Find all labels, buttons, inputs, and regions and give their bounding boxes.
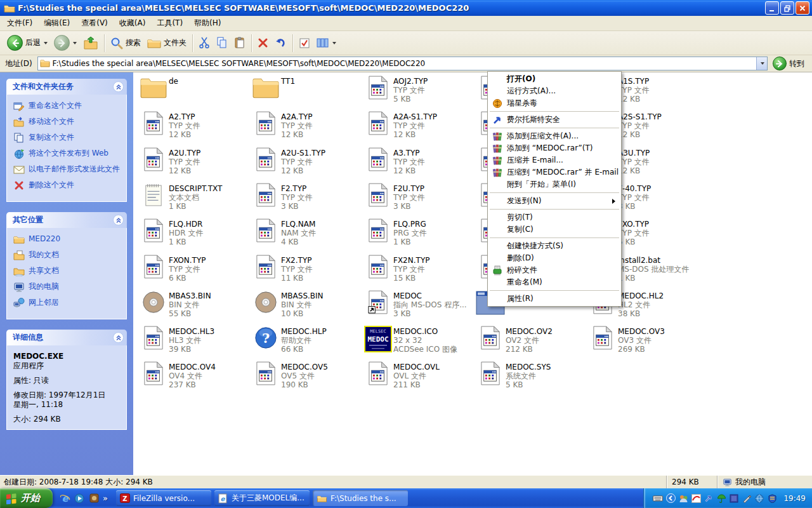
close-button[interactable] — [796, 1, 809, 15]
menu-item[interactable]: 文件(F) — [1, 15, 38, 31]
file-tile[interactable]: FLQ.PRGPRG 文件1 KB — [363, 218, 475, 252]
file-tile[interactable]: FLQ.NAMNAM 文件4 KB — [251, 218, 362, 252]
file-tile[interactable]: A2A-S1.TYPTYP 文件12 KB — [363, 110, 475, 145]
file-tile[interactable]: DESCRIPT.TXT文本文档1 KB — [138, 182, 250, 217]
file-tile[interactable]: FLQ.HDRHDR 文件1 KB — [138, 218, 250, 252]
menu-item[interactable]: 编辑(E) — [38, 15, 75, 31]
context-menu-item[interactable]: 运行方式(A)... — [488, 85, 620, 97]
filseclab-tray-tray-icon[interactable] — [704, 493, 714, 504]
task-link[interactable]: 将这个文件发布到 Web — [13, 149, 124, 161]
chevron-up-icon[interactable] — [113, 81, 124, 92]
context-menu-item[interactable]: 创建快捷方式(S) — [488, 240, 620, 252]
media-player-icon[interactable] — [74, 493, 85, 504]
context-menu-item[interactable]: 发送到(N) — [488, 195, 620, 207]
file-tile[interactable]: MEDOC.OV2OV2 文件212 KB — [475, 325, 587, 359]
context-menu-item[interactable]: 添加到压缩文件(A)... — [488, 130, 620, 142]
place-link[interactable]: 我的文档 — [13, 250, 124, 263]
cut-button[interactable] — [195, 32, 213, 54]
file-tile[interactable]: MEDOC.OVLOVL 文件211 KB — [363, 361, 475, 395]
context-menu-item[interactable]: 费尔托斯特安全 — [488, 114, 620, 126]
chevron-up-icon[interactable] — [113, 215, 124, 225]
shield-tray-icon[interactable] — [767, 493, 777, 504]
file-tile[interactable]: MEDOC.OV5OV5 文件190 KB — [251, 361, 362, 395]
messenger-tray-icon[interactable] — [678, 493, 688, 504]
back-button[interactable]: 后退 — [4, 32, 51, 54]
stylus-tray-icon[interactable] — [742, 493, 752, 504]
file-tile[interactable]: FX2N.TYPTYP 文件15 KB — [363, 254, 475, 288]
file-tile[interactable]: MELSECMEDOCMEDOC.ICO32 x 32ACDSee ICO 图像 — [363, 325, 475, 359]
task-link[interactable]: 重命名这个文件 — [13, 101, 124, 114]
menu-item[interactable]: 工具(T) — [151, 15, 188, 31]
menu-item[interactable]: 收藏(A) — [114, 15, 152, 31]
file-tile[interactable]: MEDOC.HL3HL3 文件39 KB — [138, 325, 250, 359]
restore-button[interactable] — [780, 1, 794, 15]
file-tile[interactable]: A2U-S1.TYPTYP 文件12 KB — [251, 147, 362, 181]
task-link[interactable]: 删除这个文件 — [13, 180, 124, 193]
task-link[interactable]: 移动这个文件 — [13, 117, 124, 130]
panel-file-tasks-header[interactable]: 文件和文件夹任务 — [6, 79, 127, 95]
collapse-tray-icon[interactable] — [665, 493, 676, 504]
context-menu-item[interactable]: 粉碎文件 — [488, 264, 620, 276]
file-tile[interactable]: FX2.TYPTYP 文件11 KB — [251, 254, 362, 288]
file-tile[interactable]: MEDOC.SYS系统文件5 KB — [475, 361, 587, 395]
up-button[interactable] — [80, 32, 102, 54]
folders-button[interactable]: 文件夹 — [144, 32, 190, 54]
app-blue-tray-icon[interactable] — [729, 493, 739, 504]
task-link[interactable]: 以电子邮件形式发送此文件 — [13, 164, 124, 177]
place-link[interactable]: 共享文档 — [13, 266, 124, 279]
file-tile[interactable]: F2U.TYPTYP 文件3 KB — [363, 182, 475, 217]
file-tile[interactable]: A2U.TYPTYP 文件12 KB — [138, 147, 250, 181]
file-tile[interactable]: AOJ2.TYPTYP 文件5 KB — [363, 75, 475, 109]
context-menu-item[interactable]: 附到「开始」菜单(I) — [488, 178, 620, 190]
file-tile[interactable]: A2A.TYPTYP 文件12 KB — [251, 110, 362, 145]
taskbar-task[interactable]: F:\Studies the s... — [313, 490, 408, 506]
file-tile[interactable]: de — [138, 75, 250, 109]
file-tile[interactable]: MBAS3.BINBIN 文件55 KB — [138, 290, 250, 324]
minimize-button[interactable] — [765, 1, 779, 15]
place-link[interactable]: MED220 — [13, 234, 124, 247]
context-menu-item[interactable]: 压缩并 E-mail... — [488, 154, 620, 166]
quick-launch-more-chevron[interactable]: » — [103, 493, 108, 503]
views-button[interactable] — [313, 32, 339, 54]
context-menu-item[interactable]: 压缩到 “MEDOC.rar” 并 E-mail — [488, 166, 620, 178]
go-button[interactable]: 转到 — [768, 57, 809, 70]
file-tile[interactable]: MEDOC.OV3OV3 文件269 KB — [587, 325, 699, 359]
context-menu-item[interactable]: 重命名(M) — [488, 276, 620, 288]
file-tile[interactable]: A2.TYPTYP 文件12 KB — [138, 110, 250, 145]
menu-item[interactable]: 查看(V) — [75, 15, 114, 31]
rising-tray-tray-icon[interactable] — [691, 493, 701, 504]
context-menu-item[interactable]: 瑞星杀毒 — [488, 97, 620, 109]
file-tile[interactable]: F2.TYPTYP 文件3 KB — [251, 182, 362, 217]
address-dropdown-button[interactable] — [756, 57, 767, 70]
file-tile[interactable]: TT1 — [251, 75, 362, 109]
context-menu-item[interactable]: 复制(C) — [488, 224, 620, 236]
paste-button[interactable] — [231, 32, 249, 54]
search-button[interactable]: 搜索 — [107, 32, 144, 54]
file-tile[interactable]: MEDOC指向 MS-DOS 程序...3 KB — [363, 290, 475, 324]
umbrella-tray-icon[interactable] — [716, 493, 726, 504]
context-menu-item[interactable]: 剪切(T) — [488, 211, 620, 224]
start-button[interactable]: 开始 — [0, 488, 53, 508]
forward-button[interactable] — [51, 32, 80, 54]
address-input[interactable]: F:\Studies the special area\MELSEC\MELSE… — [37, 57, 768, 70]
taskbar-task[interactable]: ZFileZilla versio... — [116, 490, 211, 506]
panel-other-places-header[interactable]: 其它位置 — [6, 212, 127, 228]
globe-tray-icon[interactable] — [754, 493, 764, 504]
file-tile[interactable]: A3.TYPTYP 文件12 KB — [363, 147, 475, 181]
browser-icon[interactable] — [88, 493, 100, 504]
file-tile[interactable]: FXON.TYPTYP 文件6 KB — [138, 254, 250, 288]
copy-button[interactable] — [213, 32, 231, 54]
file-tile[interactable]: ?MEDOC.HLP帮助文件66 KB — [251, 325, 362, 359]
keyboard-tray-icon[interactable] — [653, 493, 663, 504]
delete-button[interactable] — [254, 32, 272, 54]
file-tile[interactable]: MEDOC.OV4OV4 文件237 KB — [138, 361, 250, 395]
context-menu-item[interactable]: 添加到 “MEDOC.rar”(T) — [488, 142, 620, 154]
file-tile[interactable]: MBASS.BINBIN 文件10 KB — [251, 290, 362, 324]
task-link[interactable]: 复制这个文件 — [13, 133, 124, 145]
taskbar-task[interactable]: e关于三菱MODEL编... — [214, 490, 310, 506]
context-menu-item[interactable]: 打开(O) — [488, 73, 620, 85]
place-link[interactable]: 网上邻居 — [13, 298, 124, 311]
place-link[interactable]: 我的电脑 — [13, 282, 124, 295]
chevron-up-icon[interactable] — [113, 332, 124, 343]
undo-button[interactable] — [272, 32, 290, 54]
